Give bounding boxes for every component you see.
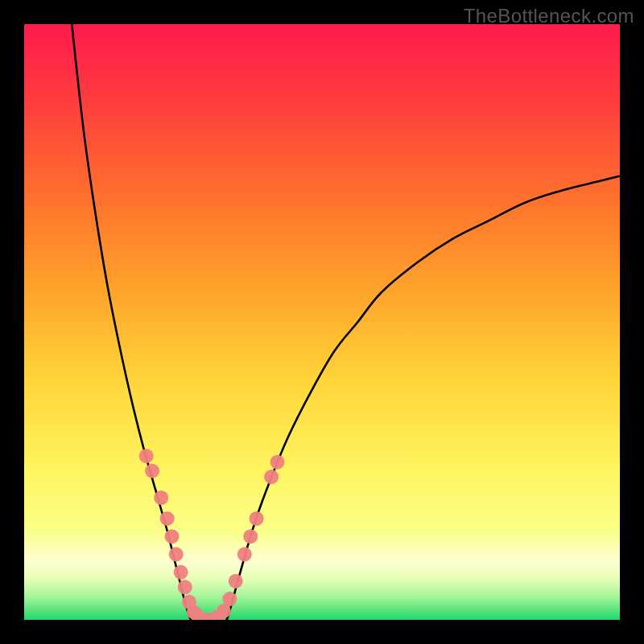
highlight-dot xyxy=(250,511,264,526)
highlight-dot xyxy=(154,490,168,505)
highlight-dot xyxy=(165,529,180,543)
highlight-dot xyxy=(145,464,159,478)
plot-area xyxy=(24,24,620,620)
chart-svg xyxy=(24,24,620,620)
highlight-dot xyxy=(174,565,188,580)
highlight-dot xyxy=(139,449,154,464)
highlight-dot xyxy=(229,574,243,588)
highlight-dot xyxy=(243,529,258,543)
highlight-dot xyxy=(160,511,175,526)
highlight-dot xyxy=(264,469,279,484)
highlight-dot xyxy=(222,592,237,606)
highlight-dot xyxy=(169,547,184,562)
highlight-dot xyxy=(178,580,192,594)
outer-frame: TheBottleneck.com xyxy=(0,0,644,644)
highlight-dot xyxy=(237,547,252,562)
highlight-dot xyxy=(270,455,285,469)
watermark-text: TheBottleneck.com xyxy=(464,5,634,27)
